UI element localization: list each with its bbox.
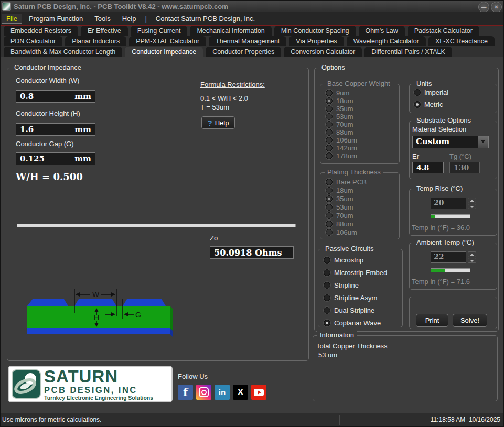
facebook-icon[interactable]: f (178, 385, 193, 400)
radio-metric[interactable]: Metric (414, 101, 443, 108)
tab-min-conductor-spacing[interactable]: Min Conductor Spacing (274, 26, 356, 36)
actions-box: Print Solve! (409, 297, 497, 329)
group-title: Plating Thickness (325, 168, 383, 176)
ambient-temp-fahrenheit: Temp in (°F) = 71.6 (412, 278, 470, 286)
tab-page-conductor-impedance: Conductor Impedance Conductor Width (W) … (1, 57, 504, 414)
conductor-gap-value: 0.125 (20, 154, 45, 163)
material-selection-dropdown[interactable]: Custom (412, 136, 489, 148)
radio-plating-53um: 53um (326, 203, 353, 211)
radio-imperial[interactable]: Imperial (414, 89, 448, 96)
menu-tools[interactable]: Tools (90, 14, 115, 24)
info-copper-thickness-label: Total Copper Thickness (316, 342, 388, 350)
menu-file[interactable]: File (2, 14, 22, 24)
radio-icon (414, 101, 421, 108)
radio-base-copper-178um: 178um (326, 152, 357, 160)
temp-rise-fahrenheit: Temp in (°F) = 36.0 (412, 224, 470, 232)
radio-icon (326, 90, 333, 96)
conductor-width-value: 0.8 (20, 92, 34, 101)
spin-up-icon (468, 198, 476, 203)
tab-wavelength-calculator[interactable]: Wavelength Calculator (347, 36, 426, 46)
radio-icon (326, 221, 333, 227)
material-selection-label: Material Selection (412, 125, 466, 133)
tab-differential-pairs-xtalk[interactable]: Differential Pairs / XTALK (364, 47, 452, 57)
left-coplanar-plane (27, 299, 68, 306)
radio-icon (414, 89, 421, 96)
tab-embedded-resistors[interactable]: Embedded Resistors (4, 26, 78, 36)
help-button[interactable]: ? Help (201, 116, 235, 129)
er-field[interactable]: 4.8 (412, 162, 444, 173)
tab-conversion-calculator[interactable]: Conversion Calculator (284, 47, 362, 57)
radio-dual-stripline[interactable]: Dual Stripline (324, 306, 374, 314)
zo-result-field[interactable]: 50.0918 Ohms (210, 246, 294, 259)
dropdown-arrow-icon[interactable] (478, 136, 488, 148)
group-title: Options (319, 63, 348, 71)
tab-er-effective[interactable]: Er Effective (81, 26, 128, 36)
tab-ppm-xtal-calculator[interactable]: PPM-XTAL Calculator (129, 36, 206, 46)
conductor-height-value: 1.6 (20, 125, 34, 134)
menu-program-function[interactable]: Program Function (24, 14, 88, 24)
zo-label: Zo (210, 234, 218, 242)
radio-base-copper-70um: 70um (326, 121, 353, 128)
radio-icon (326, 212, 333, 219)
status-message: Use microns for metric calculations. (2, 416, 101, 423)
conductor-width-unit: mm (74, 92, 91, 101)
ambient-temp-group: Ambient Temp (°C) 22 Temp in (°F) = 71.6 (409, 243, 497, 290)
w-dimension-label: W (92, 290, 100, 299)
radio-microstrip[interactable]: Microstrip (324, 256, 363, 264)
instagram-icon[interactable] (196, 385, 211, 400)
radio-base-copper-35um: 35um (326, 105, 353, 113)
print-button-label: Print (425, 316, 439, 324)
right-coplanar-plane (123, 299, 166, 306)
radio-base-copper-142um: 142um (326, 144, 357, 152)
tab-padstack-calculator[interactable]: Padstack Calculator (408, 26, 479, 36)
solve-progress-bar (17, 224, 296, 227)
tab-planar-inductors[interactable]: Planar Inductors (65, 36, 126, 46)
menu-contact[interactable]: Contact Saturn PCB Design, Inc. (151, 14, 260, 24)
er-label: Er (412, 152, 419, 160)
print-button[interactable]: Print (416, 314, 448, 327)
center-trace (74, 299, 116, 306)
radio-stripline-asym[interactable]: Stripline Asym (324, 294, 377, 302)
radio-icon (326, 105, 333, 112)
tab-bandwidth-max-conductor-length[interactable]: Bandwidth & Max Conductor Length (4, 47, 122, 57)
menu-help[interactable]: Help (117, 14, 141, 24)
conductor-height-field[interactable]: 1.6 mm (16, 123, 95, 136)
radio-icon (324, 282, 330, 289)
radio-stripline[interactable]: Stripline (324, 281, 359, 289)
temp-rise-value: 20 (431, 198, 466, 209)
radio-microstrip-embed[interactable]: Microstrip Embed (324, 269, 387, 277)
tab-fusing-current[interactable]: Fusing Current (131, 26, 188, 36)
conductor-height-unit: mm (74, 125, 91, 134)
linkedin-icon[interactable]: in (215, 385, 230, 400)
tab-conductor-impedance[interactable]: Conductor Impedance (125, 47, 203, 57)
radio-icon (326, 113, 333, 120)
help-button-label: Help (215, 119, 229, 127)
conductor-width-field[interactable]: 0.8 mm (16, 90, 95, 103)
youtube-icon[interactable] (251, 385, 266, 400)
close-button[interactable]: ✕ (491, 2, 502, 13)
er-value: 4.8 (416, 163, 429, 172)
solve-button[interactable]: Solve! (453, 314, 487, 327)
tab-thermal-management[interactable]: Thermal Management (209, 36, 286, 46)
g-dimension-label: G (135, 311, 141, 319)
radio-coplanar-wave[interactable]: Coplanar Wave (324, 319, 381, 327)
temp-rise-fill (431, 215, 435, 218)
options-group: Options Base Copper Weight 9um 18um 35um… (314, 68, 499, 332)
tab-pdn-calculator[interactable]: PDN Calculator (4, 36, 62, 46)
minimize-button[interactable]: — (478, 2, 489, 13)
tab-mechanical-information[interactable]: Mechanical Information (190, 26, 271, 36)
tab-via-properties[interactable]: Via Properties (289, 36, 344, 46)
coplanar-wave-diagram: W H G (18, 288, 175, 342)
tab-ohms-law[interactable]: Ohm's Law (359, 26, 405, 36)
x-twitter-icon[interactable]: X (233, 385, 248, 400)
conductor-gap-field[interactable]: 0.125 mm (16, 152, 95, 165)
radio-icon (326, 179, 333, 185)
tab-conductor-properties[interactable]: Conductor Properties (206, 47, 281, 57)
tab-xl-xc-reactance[interactable]: XL-XC Reactance (428, 36, 495, 46)
tabstrip: Embedded Resistors Er Effective Fusing C… (1, 26, 503, 57)
ambient-temp-spinner: 22 (431, 251, 476, 263)
spin-down-icon (468, 258, 476, 264)
group-title: Ambient Temp (°C) (414, 238, 477, 246)
radio-icon (326, 97, 333, 104)
titlebar: Saturn PCB Design, Inc. - PCB Toolkit V8… (1, 1, 503, 12)
